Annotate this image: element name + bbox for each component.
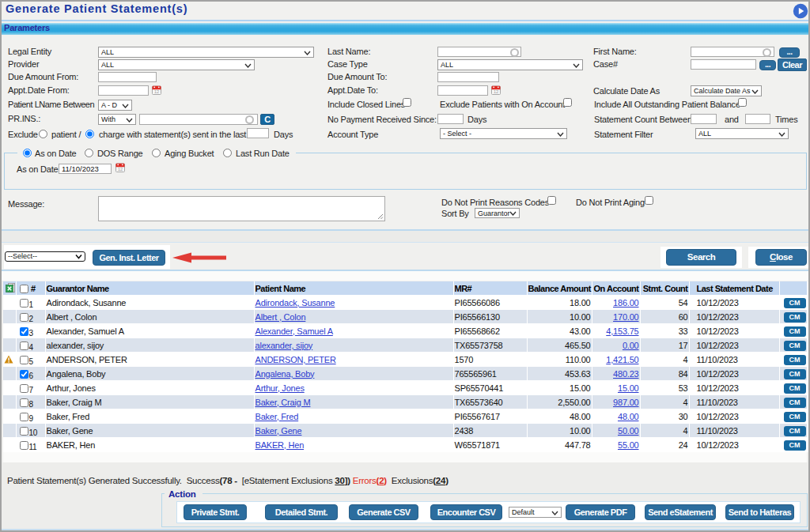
svg-text:12: 12 [154,89,159,94]
svg-text:12: 12 [118,167,123,172]
svg-text:12: 12 [494,89,498,94]
